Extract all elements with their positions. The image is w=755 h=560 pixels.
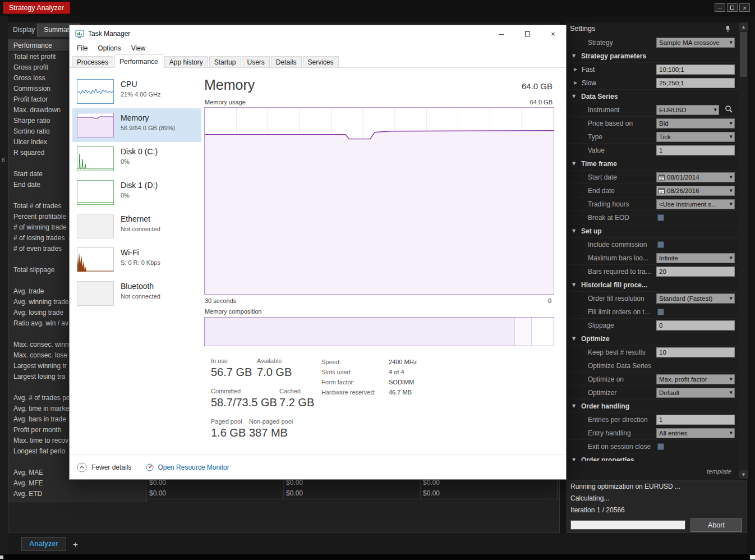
sidebar-item-bluetooth[interactable]: BluetoothNot connected [72,277,201,310]
settings-section-historical-fill-proce[interactable]: ▼Historical fill proce... [567,278,739,292]
scroll-down-button[interactable]: ▼ [739,470,748,479]
tab-performance[interactable]: Performance [114,54,163,68]
dropdown-value: 08/26/2016 [667,187,699,194]
sidebar-item-cpu[interactable]: CPU21% 4.00 GHz [72,75,201,108]
pin-icon[interactable] [725,25,731,33]
metric-label-avg-etd: Avg. ETD [8,489,146,499]
app-close-button[interactable]: × [739,3,750,12]
settings-section-time-frame[interactable]: ▼Time frame [567,157,739,171]
scroll-up-button[interactable]: ▲ [739,22,748,31]
tab-services[interactable]: Services [303,56,339,68]
memory-mini-graph-icon [77,113,114,137]
type-dropdown[interactable]: Tick▼ [656,132,735,142]
tab-startup[interactable]: Startup [209,56,241,68]
settings-section-strategy-parameters[interactable]: ▼Strategy parameters [567,49,739,63]
settings-header: Settings [567,22,739,36]
bars-required-to-tra-input[interactable]: 20 [656,267,735,277]
slow-input[interactable]: 25;250;1 [656,78,735,88]
strategy-dropdown[interactable]: Sample MA crossove▼ [656,38,735,48]
settings-row-start-date: Start date08/01/2014▼ [567,171,739,184]
show-desktop-button[interactable] [750,555,755,559]
break-at-eod-checkbox[interactable] [657,214,664,221]
start-date-dropdown[interactable]: 08/01/2014▼ [656,172,735,182]
dropdown-arrow-icon: ▼ [730,296,733,301]
table-cell: $0.00 [147,488,284,499]
price-based-on-dropdown[interactable]: Bid▼ [656,118,735,128]
chevron-down-icon: ▼ [572,53,576,58]
settings-scrollbar[interactable]: ▲ ▼ [739,22,748,479]
tm-minimize-button[interactable]: — [489,25,514,42]
menu-view[interactable]: View [126,42,151,54]
order-fill-resolution-dropdown[interactable]: Standard (Fastest)▼ [656,293,735,304]
memory-heading: Memory [204,77,255,93]
tab-details[interactable]: Details [271,56,302,68]
settings-row-optimize-on: Optimize onMax. profit factor▼ [567,373,739,386]
include-commission-checkbox[interactable] [657,241,664,248]
input-value: 1 [659,147,662,154]
sidebar-item-wi-fi[interactable]: Wi-FiS: 0 R: 0 Kbps [72,243,201,277]
entries-per-direction-input[interactable]: 1 [656,415,735,425]
optimize-on-dropdown[interactable]: Max. profit factor▼ [656,374,735,384]
fast-input[interactable]: 10;100;1 [656,65,735,75]
settings-section-set-up[interactable]: ▼Set up [567,224,739,238]
menu-file[interactable]: File [72,42,93,54]
fewer-details-button[interactable]: Fewer details [77,462,131,472]
tab-analyzer[interactable]: Analyzer [21,537,66,551]
settings-row-optimize-data-series: Optimize Data Series [567,359,739,373]
section-label: Order properties [581,456,634,461]
settings-section-data-series[interactable]: ▼Data Series [567,90,739,103]
template-link[interactable]: template [707,468,731,475]
sidebar-item-detail: S: 0 R: 0 Kbps [121,259,160,266]
settings-section-order-properties[interactable]: ▼Order properties [567,453,739,461]
app-minimize-button[interactable]: — [715,3,725,12]
settings-row-bars-required-to-tra: Bars required to tra...20 [567,265,739,278]
instrument-dropdown[interactable]: EURUSD▼ [656,105,719,115]
tm-titlebar[interactable]: Task Manager — × [70,25,566,42]
maximum-bars-loo-dropdown[interactable]: Infinite▼ [656,253,735,263]
fill-limit-orders-on-t-checkbox[interactable] [657,309,664,315]
trading-hours-dropdown[interactable]: <Use instrument s...▼ [656,199,735,209]
sidebar-item-memory[interactable]: Memory56.9/64.0 GB (89%) [72,108,201,142]
open-resource-monitor-link[interactable]: Open Resource Monitor [146,463,229,471]
optimizer-dropdown[interactable]: Default▼ [656,388,735,398]
tm-close-button[interactable]: × [540,25,566,42]
sidebar-item-name: Disk 1 (D:) [121,181,158,190]
stray-text: 8 [2,157,5,163]
table-cell: $0.00 [284,488,421,499]
entry-handling-dropdown[interactable]: All entries▼ [656,428,735,438]
tm-maximize-button[interactable] [514,25,540,42]
tab-app-history[interactable]: App history [164,56,208,68]
stat-value: 7.2 GB [279,396,314,409]
graph-time-label: 30 seconds [205,297,236,304]
sidebar-item-disk-0-c[interactable]: Disk 0 (C:)0% [72,142,201,176]
setting-label: End date [588,187,615,195]
tab-users[interactable]: Users [242,56,269,68]
sidebar-item-ethernet[interactable]: EthernetNot connected [72,209,201,243]
value-input[interactable]: 1 [656,145,735,155]
keep-best-results-input[interactable]: 10 [656,347,735,357]
chevron-down-icon: ▼ [572,336,576,341]
add-tab-button[interactable]: + [73,539,78,549]
input-value: 0 [659,322,662,329]
app-window-controls: — × [715,3,750,12]
slippage-input[interactable]: 0 [656,320,735,331]
sidebar-item-disk-1-d[interactable]: Disk 1 (D:)0% [72,176,201,209]
end-date-dropdown[interactable]: 08/26/2016▼ [656,186,735,196]
settings-section-optimize[interactable]: ▼Optimize [567,332,739,346]
chevron-down-icon: ▼ [572,457,576,461]
scrollbar-thumb[interactable] [740,32,747,77]
standby-segment [514,318,532,346]
setting-label: Include commission [588,241,647,249]
tm-title: Task Manager [88,30,130,38]
setting-label: Optimize Data Series [588,362,651,370]
menu-options[interactable]: Options [93,42,126,54]
app-title-tab[interactable]: Strategy Analyzer [3,2,70,14]
exit-on-session-close-checkbox[interactable] [657,443,664,450]
abort-button[interactable]: Abort [690,518,742,532]
tab-processes[interactable]: Processes [72,56,113,68]
settings-row-instrument: InstrumentEURUSD▼ [567,103,739,117]
app-maximize-button[interactable] [727,3,738,12]
settings-section-order-handling[interactable]: ▼Order handling [567,400,739,413]
search-icon[interactable] [725,105,733,116]
tm-performance-sidebar: CPU21% 4.00 GHzMemory56.9/64.0 GB (89%)D… [72,75,201,310]
